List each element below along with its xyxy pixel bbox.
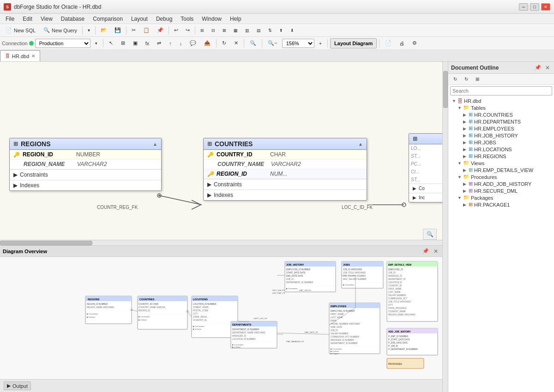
tb-copy-btn[interactable]: 📋 [140,25,153,36]
tb-open-btn[interactable]: 📂 [97,25,110,36]
locations-partial-col[interactable]: ▶ Co [409,184,442,193]
menu-file[interactable]: File [2,15,18,23]
tb-extra6[interactable]: ▤ [253,25,264,36]
tab-hr-dbd[interactable]: 🗄 HR.dbd ✕ [0,50,40,61]
hscroll-thumb[interactable] [0,241,92,245]
refresh-btn[interactable]: ↻ [219,38,229,48]
countries-constraints-icon: ▶ [207,181,211,188]
connection-select[interactable]: Production [35,39,90,48]
view-tool-btn[interactable]: ▣ [130,38,141,48]
tb-extra3[interactable]: ⊠ [219,25,229,36]
comment-tool-btn[interactable]: 💬 [187,38,199,48]
doc-outline-search-input[interactable] [450,86,552,95]
vscroll-thumb[interactable] [443,71,448,108]
print-btn[interactable]: 🖨 [396,38,408,48]
outline-refresh-btn[interactable]: ↻ [450,74,460,84]
menu-window[interactable]: Window [198,15,225,23]
output-tab[interactable]: ▶ Output [4,381,31,390]
outline-settings-btn[interactable]: ⊞ [472,74,482,84]
arrow-tool-btn[interactable]: ↑ [166,38,175,48]
tb-extra8[interactable]: ⬆ [276,25,286,36]
countries-indexes-section[interactable]: ▶ Indexes [204,190,367,200]
tree-item-securedml[interactable]: ▶ ⊞ HR.SECURE_DML [449,187,553,194]
zoom-out-btn[interactable]: 🔍− [265,38,280,48]
tb-extra1[interactable]: ⊞ [197,25,207,36]
menu-database[interactable]: Database [57,15,88,23]
menu-help[interactable]: Help [226,15,245,23]
packages-folder-icon: 📁 [463,195,470,201]
tab-close-icon[interactable]: ✕ [31,53,35,59]
tb-extra2[interactable]: ⊟ [208,25,218,36]
doc-outline-close-btn[interactable]: ✕ [544,65,551,71]
tree-item-employees[interactable]: ▶ ⊞ HR.EMPLOYEES [449,125,553,132]
save-diagram-btn[interactable]: 📄 [382,38,395,48]
tb-cut-btn[interactable]: ✂ [128,25,139,36]
tree-views-group[interactable]: ▼ 📁 Views [449,160,553,166]
new-sql-button[interactable]: 📄 New SQL [2,25,39,36]
tb-redo-btn[interactable]: ↪ [182,25,193,36]
find-btn[interactable]: 🔍 [247,38,259,48]
conn-dropdown-btn[interactable]: ▾ [92,38,101,48]
select-tool-btn[interactable]: ↖ [106,38,116,48]
countries-constraints-section[interactable]: ▶ Constraints [204,179,367,190]
tb-save-btn[interactable]: 💾 [111,25,124,36]
tree-tables-group[interactable]: ▼ 📁 Tables [449,104,553,111]
menu-edit[interactable]: Edit [19,15,36,23]
toolbar-separator-2 [95,26,96,35]
tb-dropdown-btn[interactable]: ▾ [84,25,93,36]
fk-tool-btn[interactable]: ⇌ [154,38,164,48]
zoom-in-btn[interactable]: + [316,38,325,48]
canvas-scrollbar[interactable] [0,240,442,245]
tb-extra9[interactable]: ⬇ [287,25,297,36]
new-query-button[interactable]: 🔍 New Query [40,25,80,36]
tb-undo-btn[interactable]: ↩ [171,25,181,36]
export-tool-btn[interactable]: 📤 [201,38,214,48]
overview-pin-btn[interactable]: 📌 [421,248,430,255]
tb-paste-btn[interactable]: 📌 [154,25,167,36]
overview-close-btn[interactable]: ✕ [432,248,440,255]
menu-debug[interactable]: Debug [152,15,176,23]
formula-tool-btn[interactable]: fx [142,38,153,48]
tree-item-empdetails[interactable]: ▶ ⊞ HR.EMP_DETAILS_VIEW [449,166,553,173]
menu-comparison[interactable]: Comparison [89,15,126,23]
canvas-area[interactable]: ⊞ REGIONS ▲ 🔑 REGION_ID NUMBER REGION_NA… [0,62,442,240]
tb-extra5[interactable]: ▥ [242,25,253,36]
doc-outline-pin-btn[interactable]: 📌 [533,65,542,71]
vscrollbar[interactable] [442,62,448,392]
restore-button[interactable]: □ [530,3,539,11]
tree-packages-group[interactable]: ▼ 📁 Packages [449,194,553,201]
menu-view[interactable]: View [37,15,56,23]
tree-item-addjobhistory[interactable]: ▶ ⊞ HR.ADD_JOB_HISTORY [449,180,553,187]
menu-layout[interactable]: Layout [127,15,151,23]
tb-extra4[interactable]: ▦ [230,25,241,36]
tree-item-locations[interactable]: ▶ ⊞ HR.LOCATIONS [449,146,553,153]
table-tool-btn[interactable]: ⊞ [118,38,128,48]
menu-tools[interactable]: Tools [177,15,197,23]
countries-collapse-arrow[interactable]: ▲ [358,142,363,147]
disconnect-btn[interactable]: ✕ [231,38,241,48]
svg-text:LAST_NAME: LAST_NAME [331,316,343,319]
outline-expand-btn[interactable]: ↻ [461,74,471,84]
down-tool-btn[interactable]: ↓ [176,38,186,48]
tree-item-departments[interactable]: ▶ ⊞ HR.DEPARTMENTS [449,118,553,125]
tree-root-hr-dbd[interactable]: ▼ 🗄 HR.dbd [449,98,553,104]
layout-diagram-btn[interactable]: Layout Diagram [330,38,377,48]
minimize-button[interactable]: ─ [519,3,528,11]
regions-collapse-arrow[interactable]: ▲ [153,142,157,147]
regions-indexes-section[interactable]: ▶ Indexes [10,180,161,190]
zoom-select[interactable]: 156% [282,39,314,48]
tree-item-countries[interactable]: ▶ ⊞ HR.COUNTRIES [449,111,553,118]
locations-partial-inc[interactable]: ▶ Inc [409,193,442,202]
tree-item-jobs[interactable]: ▶ ⊞ HR.JOBS [449,139,553,146]
tree-item-regions[interactable]: ▶ ⊞ HR.REGIONS [449,153,553,160]
close-button[interactable]: ✕ [541,3,550,11]
tree-procedures-group[interactable]: ▼ 📁 Procedures [449,173,553,180]
canvas-find-btn[interactable]: 🔍 [423,229,437,240]
tb-extra7[interactable]: ⇅ [265,25,275,36]
svg-text:HIST_EMP_FK: HIST_EMP_FK [272,292,285,294]
regions-constraints-section[interactable]: ▶ Constraints [10,169,161,180]
tree-item-package1[interactable]: ▶ ⊞ HR.PACKAGE1 [449,201,553,208]
svg-text:DEPARTMENT_NAME VARCHAR2: DEPARTMENT_NAME VARCHAR2 [232,332,265,334]
tree-item-jobhistory[interactable]: ▶ ⊞ HR.JOB_HISTORY [449,132,553,139]
settings-btn[interactable]: ⚙ [409,38,420,48]
